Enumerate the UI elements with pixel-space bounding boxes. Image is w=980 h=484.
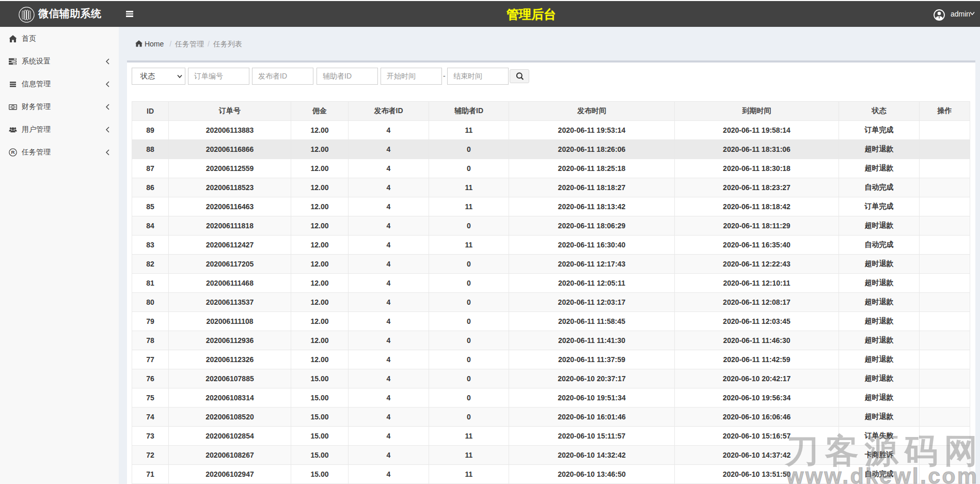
- svg-text:R: R: [11, 149, 14, 155]
